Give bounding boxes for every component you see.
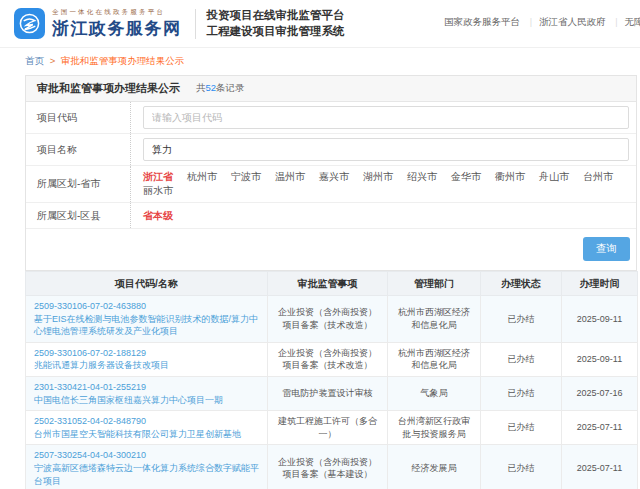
project-code-link[interactable]: 2509-330106-07-02-188129 (34, 347, 259, 360)
form-row-project-name: 项目名称 (26, 134, 636, 166)
header-divider (195, 9, 196, 39)
project-code-link[interactable]: 2502-331052-04-02-848790 (34, 415, 259, 428)
project-code-link[interactable]: 2509-330106-07-02-463880 (34, 300, 259, 313)
project-name-link[interactable]: 中国电信长三角国家枢纽嘉兴算力中心项目一期 (34, 394, 259, 407)
region-city-option[interactable]: 浙江省 (143, 170, 173, 184)
region-county-option[interactable]: 省本级 (143, 209, 173, 223)
platform-title: 投资项目在线审批监管平台 工程建设项目审批管理系统 (207, 8, 345, 39)
approval-item-cell: 雷电防护装置设计审核 (268, 376, 388, 410)
region-city-option[interactable]: 湖州市 (363, 170, 393, 184)
approval-item-cell: 企业投资（含外商投资）项目备案（技术改造） (268, 342, 388, 376)
date-cell: 2025-09-11 (562, 342, 638, 376)
panel-header: 审批和监管事项办理结果公示 共52条记录 (26, 76, 636, 102)
project-name-link[interactable]: 台州市国星空天智能科技有限公司算力卫星创新基地 (34, 428, 259, 441)
header-links: 国家政务服务平台 浙江省人民政府 无障碍 长者版 (444, 16, 640, 29)
table-body: 2509-330106-07-02-463880 基于EIS在线检测与电池参数智… (26, 296, 638, 489)
results-table: 项目代码/名称 审批监管事项 管理部门 办理状态 办理时间 2509-33010… (25, 271, 638, 489)
project-code-link[interactable]: 2507-330254-04-04-300210 (34, 449, 259, 462)
top-header: 全国一体化在线政务服务平台 浙江政务服务网 投资项目在线审批监管平台 工程建设项… (0, 0, 640, 48)
approval-item-cell: 企业投资（含外商投资）项目备案（技术改造） (268, 296, 388, 343)
table-header-cell: 项目代码/名称 (26, 272, 268, 296)
table-row: 2502-331052-04-02-848790 台州市国星空天智能科技有限公司… (26, 411, 638, 445)
breadcrumb-current: 审批和监管事项办理结果公示 (61, 55, 185, 66)
record-count-suffix: 条记录 (216, 82, 245, 93)
status-cell: 已办结 (481, 445, 562, 489)
region-city-option[interactable]: 绍兴市 (407, 170, 437, 184)
region-county-label: 所属区划-区县 (26, 203, 131, 228)
region-city-option[interactable]: 舟山市 (539, 170, 569, 184)
region-city-option[interactable]: 温州市 (275, 170, 305, 184)
panel-title: 审批和监管事项办理结果公示 (37, 81, 180, 96)
project-cell: 2509-330106-07-02-188129 兆能讯通算力服务器设备技改项目 (26, 342, 268, 376)
department-cell: 台州湾新区行政审批与投资服务局 (388, 411, 481, 445)
region-city-label: 所属区划-省市 (26, 166, 131, 202)
record-count-prefix: 共 (196, 82, 206, 93)
project-cell: 2507-330254-04-04-300210 宁波高新区德塔森特云边一体化算… (26, 445, 268, 489)
status-cell: 已办结 (481, 342, 562, 376)
table-header-row: 项目代码/名称 审批监管事项 管理部门 办理状态 办理时间 (26, 272, 638, 296)
query-button-row: 查询 (26, 229, 636, 270)
project-name-link[interactable]: 基于EIS在线检测与电池参数智能识别技术的数据/算力中心锂电池管理系统研发及产业… (34, 313, 259, 338)
project-cell: 2502-331052-04-02-848790 台州市国星空天智能科技有限公司… (26, 411, 268, 445)
table-header-cell: 办理状态 (481, 272, 562, 296)
table-row: 2509-330106-07-02-188129 兆能讯通算力服务器设备技改项目… (26, 342, 638, 376)
approval-item-cell: 建筑工程施工许可（多合一） (268, 411, 388, 445)
record-count-number: 52 (206, 82, 217, 93)
region-city-option[interactable]: 丽水市 (143, 184, 173, 198)
date-cell: 2025-07-11 (562, 445, 638, 489)
region-city-option[interactable]: 杭州市 (187, 170, 217, 184)
table-row: 2301-330421-04-01-255219 中国电信长三角国家枢纽嘉兴算力… (26, 376, 638, 410)
table-header-cell: 办理时间 (562, 272, 638, 296)
header-link[interactable]: 国家政务服务平台 (444, 16, 520, 27)
zhejiang-gov-logo-icon (14, 8, 45, 39)
region-city-option[interactable]: 金华市 (451, 170, 481, 184)
breadcrumb-home-link[interactable]: 首页 (25, 55, 44, 66)
status-cell: 已办结 (481, 411, 562, 445)
region-city-option[interactable]: 台州市 (583, 170, 613, 184)
table-row: 2509-330106-07-02-463880 基于EIS在线检测与电池参数智… (26, 296, 638, 343)
region-county-options: 省本级 (143, 209, 629, 223)
project-code-label: 项目代码 (26, 102, 131, 133)
table-header-cell: 管理部门 (388, 272, 481, 296)
date-cell: 2025-07-11 (562, 411, 638, 445)
results-panel: 审批和监管事项办理结果公示 共52条记录 项目代码 项目名称 所属区划-省市 浙… (25, 75, 637, 271)
form-row-region-city: 所属区划-省市 浙江省 杭州市 宁波市 温州市 嘉兴市 湖州市 绍兴市 (26, 166, 636, 203)
region-city-option[interactable]: 嘉兴市 (319, 170, 349, 184)
project-cell: 2301-330421-04-01-255219 中国电信长三角国家枢纽嘉兴算力… (26, 376, 268, 410)
query-button[interactable]: 查询 (583, 237, 630, 261)
region-city-option[interactable]: 宁波市 (231, 170, 261, 184)
logo-swirl-glyph (18, 12, 41, 35)
status-cell: 已办结 (481, 296, 562, 343)
form-row-region-county: 所属区划-区县 省本级 (26, 203, 636, 229)
table-header-cell: 审批监管事项 (268, 272, 388, 296)
date-cell: 2025-07-16 (562, 376, 638, 410)
project-cell: 2509-330106-07-02-463880 基于EIS在线检测与电池参数智… (26, 296, 268, 343)
logo-brand-name: 浙江政务服务网 (52, 17, 182, 40)
region-city-option[interactable]: 衢州市 (495, 170, 525, 184)
department-cell: 经济发展局 (388, 445, 481, 489)
site-logo[interactable]: 全国一体化在线政务服务平台 浙江政务服务网 (14, 8, 182, 40)
project-code-input[interactable] (143, 106, 629, 129)
project-name-input[interactable] (143, 138, 629, 161)
breadcrumb: 首页 > 审批和监管事项办理结果公示 (25, 55, 640, 68)
header-link[interactable]: 浙江省人民政府 (523, 16, 606, 27)
logo-text: 全国一体化在线政务服务平台 浙江政务服务网 (52, 8, 182, 40)
department-cell: 气象局 (388, 376, 481, 410)
header-link[interactable]: 无障碍 (608, 16, 640, 27)
approval-item-cell: 企业投资（含外商投资）项目备案（基本建设） (268, 445, 388, 489)
form-row-project-code: 项目代码 (26, 102, 636, 134)
project-name-label: 项目名称 (26, 134, 131, 165)
logo-tagline: 全国一体化在线政务服务平台 (52, 8, 182, 17)
project-name-link[interactable]: 宁波高新区德塔森特云边一体化算力系统综合数字赋能平台项目 (34, 462, 259, 487)
date-cell: 2025-09-11 (562, 296, 638, 343)
breadcrumb-separator: > (50, 55, 56, 66)
department-cell: 杭州市西湖区经济和信息化局 (388, 342, 481, 376)
department-cell: 杭州市西湖区经济和信息化局 (388, 296, 481, 343)
platform-title-line1: 投资项目在线审批监管平台 (207, 8, 345, 24)
status-cell: 已办结 (481, 376, 562, 410)
project-code-link[interactable]: 2301-330421-04-01-255219 (34, 381, 259, 394)
platform-title-line2: 工程建设项目审批管理系统 (207, 24, 345, 40)
project-name-link[interactable]: 兆能讯通算力服务器设备技改项目 (34, 359, 259, 372)
record-count: 共52条记录 (196, 82, 245, 95)
region-city-options: 浙江省 杭州市 宁波市 温州市 嘉兴市 湖州市 绍兴市 金华市 衢州市 (143, 170, 629, 198)
